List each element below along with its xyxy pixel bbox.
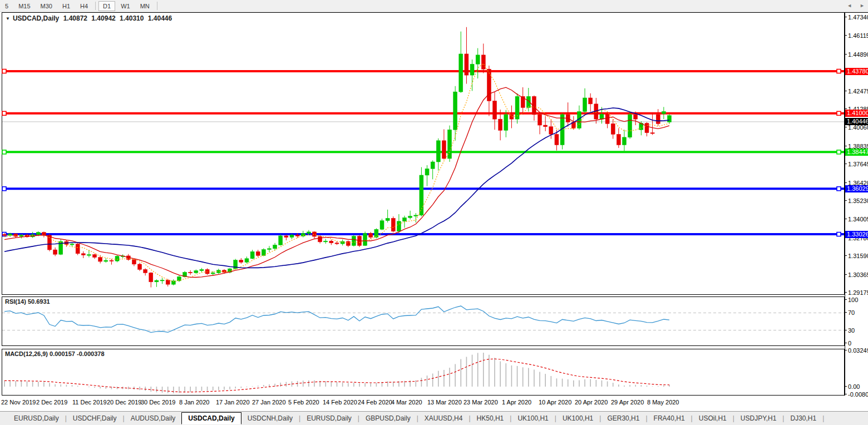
price-axis-tick: 1.47340: [848, 14, 868, 21]
date-axis-label: 1 Apr 2020: [502, 399, 531, 406]
chart-tab-hk50-h1[interactable]: HK50,H1: [471, 413, 510, 424]
price-axis-tick: 1.42475: [848, 88, 868, 95]
price-line-label: 1.43780: [845, 68, 868, 75]
date-axis-label: 27 Jan 2020: [252, 399, 286, 406]
chart-tab-eurusd-daily[interactable]: EURUSD,Daily: [8, 413, 65, 424]
timeframe-button-h1[interactable]: H1: [58, 1, 75, 11]
tab-scroll-nav: ◄ ►: [847, 3, 865, 8]
rsi-indicator-pane[interactable]: [2, 296, 845, 346]
date-axis-label: 11 Dec 2019: [72, 399, 107, 406]
chart-tab-xauusd-h4[interactable]: XAUUSD,H4: [418, 413, 469, 424]
chart-tab-uk100-h1[interactable]: UK100,H1: [511, 413, 554, 424]
current-price-label: 1.40446: [845, 118, 868, 125]
ohlc-close: 1.40446: [148, 14, 172, 22]
macd-axis-tick: 0.032493: [848, 347, 868, 354]
timeframe-button-m15[interactable]: M15: [14, 1, 34, 11]
price-axis-tick: 1.44890: [848, 51, 868, 58]
date-axis-label: 4 Mar 2020: [391, 399, 422, 406]
date-axis-label: 13 Mar 2020: [427, 399, 462, 406]
price-axis-tick: 1.35230: [848, 197, 868, 204]
date-axis-label: 30 Dec 2019: [141, 399, 175, 406]
chart-tab-eurusd-daily[interactable]: EURUSD,Daily: [300, 413, 358, 424]
date-axis[interactable]: 22 Nov 20192 Dec 201911 Dec 201920 Dec 2…: [0, 396, 868, 410]
date-axis-label: 20 Apr 2020: [575, 399, 608, 406]
date-axis-label: 29 Apr 2020: [611, 399, 644, 406]
chart-tabs: EURUSD,Daily|USDCHF,Daily|AUDUSD,DailyUS…: [0, 411, 868, 425]
date-axis-label: 2 Dec 2019: [36, 399, 67, 406]
price-line-label: 1.36029: [845, 185, 868, 192]
macd-indicator-pane[interactable]: [2, 349, 845, 396]
tab-scroll-right-icon[interactable]: ►: [860, 3, 865, 8]
timeframe-button-5[interactable]: 5: [1, 1, 13, 11]
rsi-axis-tick: 0: [848, 340, 851, 347]
timeframe-button-w1[interactable]: W1: [116, 1, 135, 11]
date-axis-label: 24 Feb 2020: [358, 399, 392, 406]
collapse-chart-icon[interactable]: ▼: [6, 16, 10, 21]
macd-panel-label: MACD(12,26,9) 0.000157 -0.000378: [5, 350, 105, 357]
rsi-panel-label: RSI(14) 50.6931: [5, 298, 50, 305]
rsi-axis-tick: 100: [848, 296, 858, 303]
price-axis-tick: 1.37645: [848, 161, 868, 167]
macd-axis-tick: 0.00: [848, 383, 860, 390]
chart-header: ▼USDCAD,Daily 1.40872 1.40942 1.40310 1.…: [6, 14, 174, 22]
ohlc-low: 1.40310: [120, 14, 144, 22]
chart-tab-usoil-h1[interactable]: USOil,H1: [693, 413, 733, 424]
price-axis-tick: 1.46115: [848, 32, 868, 39]
date-axis-label: 17 Jan 2020: [216, 399, 250, 406]
timeframe-toolbar: 5M15M30H1H4D1W1MN: [0, 0, 868, 12]
macd-axis-tick: -0.008086: [848, 391, 868, 398]
tab-scroll-left-icon[interactable]: ◄: [847, 3, 852, 8]
chart-symbol-label: USDCAD,Daily: [13, 14, 59, 22]
price-line-label: 1.41000: [845, 110, 868, 117]
date-axis-label: 5 Feb 2020: [288, 399, 319, 406]
mt4-window: 5M15M30H1H4D1W1MN ▼USDCAD,Daily 1.40872 …: [0, 0, 868, 425]
main-chart-pane[interactable]: [2, 12, 845, 295]
rsi-axis-tick: 70: [848, 309, 855, 316]
chart-tab-gbpusd-daily[interactable]: GBPUSD,Daily: [359, 413, 417, 424]
chart-tab-usdcad-daily[interactable]: USDCAD,Daily: [181, 412, 241, 424]
chart-tab-audusd-daily[interactable]: AUDUSD,Daily: [125, 413, 182, 424]
price-axis-tick: 1.31590: [848, 253, 868, 259]
chart-tab-usdcnh-daily[interactable]: USDCNH,Daily: [241, 413, 299, 424]
date-axis-label: 8 Jan 2020: [179, 399, 209, 406]
date-axis-label: 23 Mar 2020: [463, 399, 498, 406]
price-axis-tick: 1.29175: [848, 289, 868, 296]
price-line-label: 1.33026: [845, 231, 868, 238]
date-axis-label: 22 Nov 2019: [1, 399, 36, 406]
tab-separator: |: [822, 414, 824, 422]
price-axis-tick: 1.34005: [848, 216, 868, 223]
timeframe-button-m30[interactable]: M30: [36, 1, 57, 11]
date-axis-label: 10 Apr 2020: [539, 399, 571, 406]
timeframe-button-h4[interactable]: H4: [76, 1, 92, 11]
date-axis-label: 8 May 2020: [647, 399, 679, 406]
timeframe-button-mn[interactable]: MN: [136, 1, 154, 11]
ohlc-high: 1.40942: [91, 14, 115, 22]
price-line-label: 1.38447: [845, 149, 868, 156]
rsi-axis-tick: 30: [848, 327, 855, 334]
timeframe-button-d1[interactable]: D1: [98, 1, 115, 11]
date-axis-label: 14 Feb 2020: [323, 399, 357, 406]
chart-tab-usdchf-daily[interactable]: USDCHF,Daily: [67, 413, 123, 424]
chart-tab-uk100-h1[interactable]: UK100,H1: [556, 413, 599, 424]
toolbar-separator: [157, 2, 157, 10]
chart-tab-fra40-h1[interactable]: FRA40,H1: [648, 413, 691, 424]
chart-tab-dj30-h1[interactable]: DJ30,H1: [784, 413, 822, 424]
toolbar-separator: [95, 2, 96, 10]
price-axis-tick: 1.30365: [848, 271, 868, 278]
date-axis-label: 20 Dec 2019: [107, 399, 141, 406]
chart-tab-ger30-h1[interactable]: GER30,H1: [601, 413, 645, 424]
ohlc-open: 1.40872: [63, 14, 87, 22]
chart-tab-usdjpy-h1[interactable]: USDJPY,H1: [734, 413, 782, 424]
